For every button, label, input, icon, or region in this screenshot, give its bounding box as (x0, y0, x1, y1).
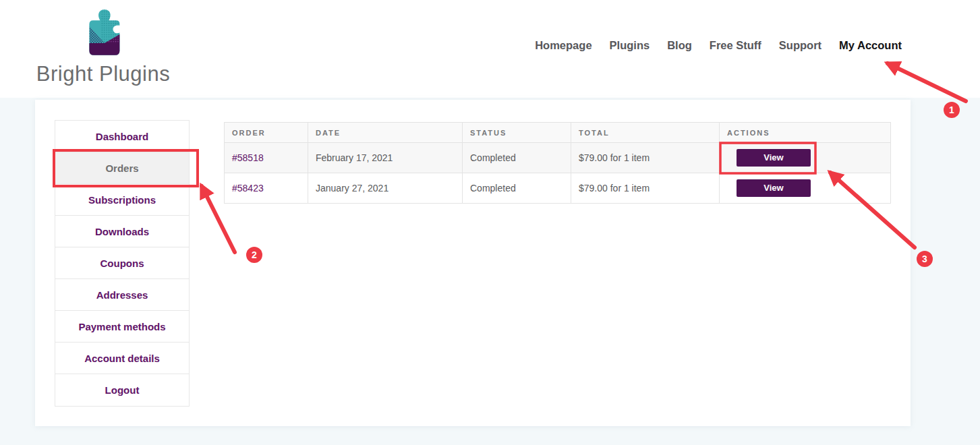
sidebar-item-downloads[interactable]: Downloads (55, 216, 189, 247)
order-row: #58423 January 27, 2021 Completed $79.00… (225, 173, 891, 204)
sidebar-item-coupons[interactable]: Coupons (55, 247, 189, 279)
main-navigation: Homepage Plugins Blog Free Stuff Support… (535, 39, 902, 52)
sidebar-item-account-details[interactable]: Account details (55, 343, 189, 374)
puzzle-piece-icon (83, 5, 123, 61)
account-sidebar: Dashboard Orders Subscriptions Downloads… (55, 120, 190, 407)
nav-item-plugins[interactable]: Plugins (610, 39, 650, 52)
order-status: Completed (463, 173, 571, 204)
order-status: Completed (463, 143, 571, 173)
column-header-order: ORDER (225, 123, 308, 143)
orders-table-header-row: ORDER DATE STATUS TOTAL ACTIONS (225, 123, 891, 143)
orders-table: ORDER DATE STATUS TOTAL ACTIONS #58518 F… (224, 122, 891, 204)
brand-name: Bright Plugins (36, 62, 170, 86)
nav-item-blog[interactable]: Blog (667, 39, 692, 52)
brand-logo[interactable]: Bright Plugins (37, 5, 169, 86)
order-total: $79.00 for 1 item (571, 143, 720, 173)
view-order-button[interactable]: View (737, 149, 811, 167)
order-number[interactable]: #58423 (225, 173, 308, 204)
order-row: #58518 February 17, 2021 Completed $79.0… (225, 143, 891, 173)
order-number[interactable]: #58518 (225, 143, 308, 173)
view-order-button[interactable]: View (737, 179, 811, 197)
nav-item-free-stuff[interactable]: Free Stuff (710, 39, 761, 52)
sidebar-item-orders[interactable]: Orders (55, 152, 189, 184)
nav-item-homepage[interactable]: Homepage (535, 39, 592, 52)
sidebar-item-subscriptions[interactable]: Subscriptions (55, 184, 189, 216)
sidebar-item-addresses[interactable]: Addresses (55, 279, 189, 311)
sidebar-item-payment-methods[interactable]: Payment methods (55, 311, 189, 343)
column-header-actions: ACTIONS (720, 123, 891, 143)
column-header-total: TOTAL (571, 123, 720, 143)
sidebar-item-logout[interactable]: Logout (55, 374, 189, 406)
annotation-arrow-1 (888, 63, 966, 101)
order-total: $79.00 for 1 item (571, 173, 720, 204)
nav-item-my-account[interactable]: My Account (839, 39, 902, 52)
column-header-date: DATE (308, 123, 463, 143)
nav-item-support[interactable]: Support (779, 39, 822, 52)
account-card: Dashboard Orders Subscriptions Downloads… (35, 100, 911, 426)
order-date: February 17, 2021 (308, 143, 463, 173)
sidebar-item-dashboard[interactable]: Dashboard (55, 121, 189, 152)
order-date: January 27, 2021 (308, 173, 463, 204)
page: Bright Plugins Homepage Plugins Blog Fre… (0, 0, 980, 445)
column-header-status: STATUS (463, 123, 571, 143)
